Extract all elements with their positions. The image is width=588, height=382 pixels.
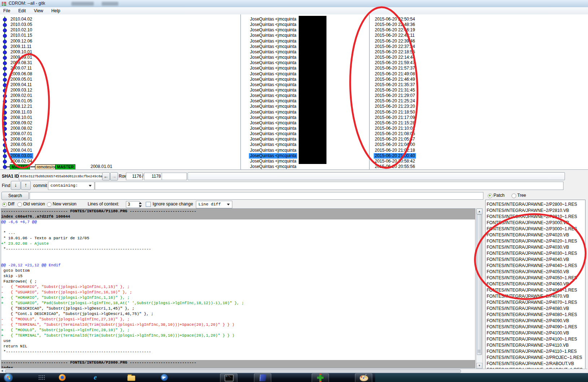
- scroll-up-icon[interactable]: ▲: [477, 209, 482, 214]
- commit-node[interactable]: [3, 105, 7, 109]
- commit-author[interactable]: JoseQuintas <jmcquinta: [249, 66, 297, 71]
- file-list-item[interactable]: FONTES/INTEGRA/JPAWNE~2/P4080~1.RES: [487, 312, 577, 318]
- file-list-item[interactable]: FONTES/INTEGRA/JPAWNE~2/P4100.VB: [487, 330, 569, 336]
- commit-author[interactable]: JoseQuintas <jmcquinta: [249, 148, 297, 153]
- commit-time[interactable]: 2015-06-20 21:18:50: [374, 110, 416, 115]
- commit-date[interactable]: 2008.03.01: [9, 153, 33, 159]
- find-input[interactable]: [95, 182, 563, 190]
- commit-node[interactable]: [3, 56, 7, 60]
- commit-author[interactable]: JoseQuintas <jmcquinta: [249, 98, 297, 104]
- file-list-item[interactable]: FONTES/INTEGRA/JPAWNE~2/P4070~1.RES: [487, 299, 577, 306]
- find-next-button[interactable]: ↓: [11, 181, 21, 190]
- file-list-item[interactable]: FONTES/INTEGRA/JPAWNE~2/P2800~1.RES: [487, 201, 577, 208]
- commit-date[interactable]: 2009.02.01: [9, 93, 33, 98]
- file-explorer-icon[interactable]: [127, 373, 136, 382]
- file-list-item[interactable]: FONTES/INTEGRA/JPAWNE~2/P4030~1.RES: [487, 250, 577, 257]
- changed-files-list[interactable]: FONTES/INTEGRA/JPAWNE~2/P2800~1.RESFONTE…: [485, 200, 585, 373]
- diff-view[interactable]: ---------------------------- FONTES/INTE…: [1, 208, 475, 368]
- commit-time[interactable]: 2015-06-20 21:29:07: [374, 93, 416, 98]
- file-list-item[interactable]: FONTES/INTEGRA/JPAWNE~2/P4070.VB: [487, 293, 569, 299]
- commit-author[interactable]: JoseQuintas <jmcquinta: [249, 39, 297, 44]
- commit-author[interactable]: JoseQuintas <jmcquinta: [249, 164, 297, 169]
- firefox-icon[interactable]: [58, 373, 67, 382]
- commit-date[interactable]: 2008.04.01: [9, 148, 33, 153]
- commit-node[interactable]: [3, 45, 7, 49]
- file-list-item[interactable]: FONTES/INTEGRA/JPAWNE~2/PROJEC~1.RES: [487, 355, 582, 361]
- commit-date[interactable]: 2009.06.08: [9, 71, 33, 77]
- commit-node[interactable]: [3, 72, 7, 76]
- commit-author[interactable]: JoseQuintas <jmcquinta: [249, 131, 297, 137]
- commit-time[interactable]: 2015-06-20 21:31:45: [374, 88, 416, 93]
- commit-date[interactable]: 2009.03.12: [9, 88, 33, 93]
- commit-author[interactable]: JoseQuintas <jmcquinta: [249, 142, 297, 147]
- diff-hscrollbar[interactable]: ◀: [1, 369, 587, 373]
- commit-author[interactable]: JoseQuintas <jmcquinta: [249, 82, 297, 88]
- commit-author[interactable]: JoseQuintas <jmcquinta: [249, 159, 297, 164]
- commit-time[interactable]: 2015-06-20 20:58:42: [374, 159, 416, 164]
- commit-date[interactable]: 2010.01.15: [9, 33, 33, 38]
- commit-time[interactable]: 2015-06-20 22:50:54: [374, 17, 416, 22]
- commit-time[interactable]: 2015-06-20 22:43:11: [374, 33, 416, 38]
- file-list-item[interactable]: FONTES/INTEGRA/JPAWNE~2/P3000.VB: [487, 220, 569, 226]
- commit-node[interactable]: [3, 78, 7, 82]
- commit-date[interactable]: 2009.08.31: [9, 60, 33, 66]
- commit-date[interactable]: 2010.03.05: [9, 22, 33, 27]
- commit-node[interactable]: [3, 67, 7, 71]
- file-list-item[interactable]: FONTES/INTEGRA/JPAWNE~2/P4040.VB: [487, 257, 569, 263]
- commit-time[interactable]: 2015-06-20 21:05:47: [374, 137, 416, 142]
- commit-time[interactable]: 2015-06-20 22:48:36: [374, 22, 416, 27]
- file-list-item[interactable]: FONTES/INTEGRA/JPAWNE~2/P2810.VB: [487, 208, 569, 214]
- file-list-item[interactable]: FONTES/INTEGRA/JPAWNE~2/P4050.VB: [487, 269, 569, 275]
- stepper-arrows[interactable]: [138, 201, 143, 208]
- commit-node[interactable]: [3, 111, 7, 115]
- commit-time[interactable]: 2015-06-20 21:02:18: [374, 148, 416, 153]
- commit-node[interactable]: [3, 154, 7, 158]
- commit-date[interactable]: 2009.07.11: [9, 66, 33, 71]
- commit-author[interactable]: JoseQuintas <jmcquinta: [249, 17, 297, 22]
- commit-date[interactable]: 2008.02.04: [9, 159, 33, 164]
- commit-time[interactable]: 2015-06-20 22:46:19: [374, 27, 416, 33]
- commit-author[interactable]: JoseQuintas <jmcquinta: [249, 137, 297, 142]
- file-list-item[interactable]: FONTES/INTEGRA/JPAWNE~2/P4110.VB: [487, 342, 569, 348]
- file-list-item[interactable]: FONTES/INTEGRA/JPAWNE~2/P2810~1.RES: [487, 214, 577, 220]
- quick-launch-grip-icon[interactable]: [38, 373, 47, 382]
- commit-author[interactable]: JoseQuintas <jmcquinta: [249, 120, 297, 126]
- commit-author[interactable]: JoseQuintas <jmcquinta: [249, 110, 297, 115]
- commit-node[interactable]: [3, 160, 7, 164]
- file-list-item[interactable]: FONTES/INTEGRA/JPAWNE~2/P3000~1.RES: [487, 226, 577, 232]
- commit-node[interactable]: [3, 18, 7, 22]
- new-version-radio[interactable]: [47, 202, 52, 207]
- commit-author[interactable]: JoseQuintas <jmcquinta: [249, 77, 297, 82]
- commit-author[interactable]: JoseQuintas <jmcquinta: [249, 22, 297, 27]
- paint-icon[interactable]: [355, 373, 372, 382]
- commit-date[interactable]: 2008.11.03: [9, 110, 33, 115]
- commit-date[interactable]: 2008.08.02: [9, 126, 33, 131]
- commit-date[interactable]: 2008.07.01: [9, 131, 33, 137]
- commit-time[interactable]: 2015-06-20 21:15:28: [374, 120, 416, 126]
- commit-node[interactable]: [3, 116, 7, 120]
- commit-node[interactable]: [3, 94, 7, 98]
- commit-list-hscrollbar[interactable]: [188, 172, 565, 180]
- commit-date[interactable]: 2008.12.21: [9, 104, 33, 109]
- commit-date[interactable]: 2008.06.01: [9, 137, 33, 142]
- commit-date[interactable]: 2008.05.03: [9, 142, 33, 147]
- command-prompt-icon[interactable]: C:\_: [220, 373, 237, 382]
- commit-node[interactable]: [3, 34, 7, 38]
- commit-date[interactable]: 2009.04.11: [9, 82, 33, 88]
- remote-branch-label[interactable]: MASTER: [55, 164, 75, 170]
- commit-node[interactable]: [3, 61, 7, 65]
- find-type-dropdown[interactable]: containing:: [48, 182, 95, 190]
- file-list-item[interactable]: FONTES/INTEGRA/JPAWNE~2/P4090.VB: [487, 318, 569, 324]
- commit-author[interactable]: JoseQuintas <jmcquinta: [249, 60, 297, 66]
- commit-date[interactable]: 2009.11.11: [9, 44, 32, 49]
- commit-author[interactable]: JoseQuintas <jmcquinta: [249, 126, 297, 131]
- commit-time[interactable]: 2015-06-20 21:08:05: [374, 131, 416, 137]
- scroll-left-icon[interactable]: ◀: [1, 369, 3, 372]
- diff-vscrollbar[interactable]: ▲ ▼: [476, 208, 483, 369]
- commit-time[interactable]: 2015-06-20 22:18:55: [374, 49, 416, 55]
- find-prev-button[interactable]: ↑: [21, 181, 31, 190]
- commit-node[interactable]: [3, 28, 7, 32]
- commit-date[interactable]: 2009.12.06: [9, 39, 33, 44]
- commit-node[interactable]: [3, 138, 7, 142]
- commit-node[interactable]: [3, 149, 7, 153]
